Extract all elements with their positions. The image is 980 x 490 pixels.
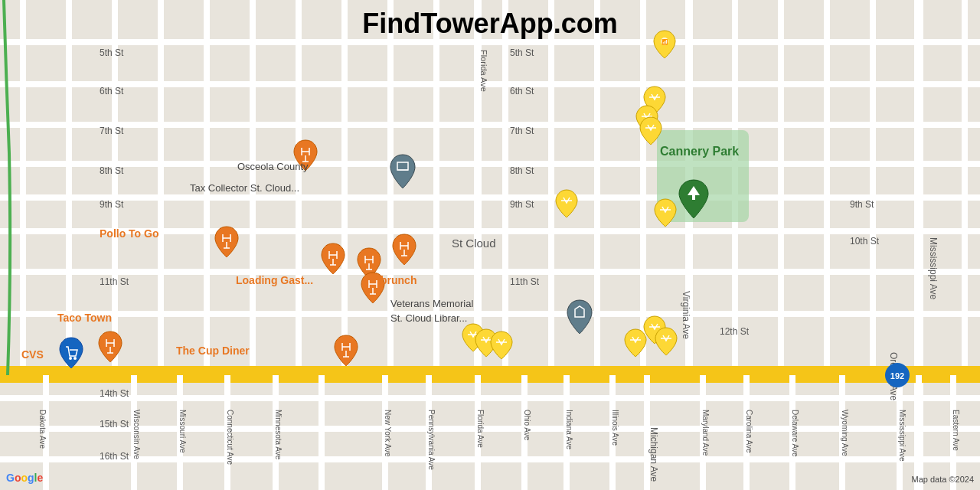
svg-text:Illinois Ave: Illinois Ave [611,410,619,446]
svg-text:14th St: 14th St [100,388,129,399]
svg-text:Florida Ave: Florida Ave [479,50,488,92]
svg-text:Osceola County: Osceola County [237,161,309,172]
svg-point-67 [69,357,72,360]
svg-text:Carolina Ave: Carolina Ave [745,410,753,453]
svg-rect-66 [692,195,695,200]
svg-text:Michigan Ave: Michigan Ave [648,427,659,482]
svg-text:6th St: 6th St [100,86,124,96]
svg-text:11th St: 11th St [510,276,540,287]
svg-text:Dakota Ave: Dakota Ave [38,410,47,449]
svg-text:192: 192 [890,371,904,381]
svg-text:Delaware Ave: Delaware Ave [791,410,799,457]
svg-text:15th St: 15th St [100,419,129,430]
svg-text:Tax Collector St. Cloud...: Tax Collector St. Cloud... [190,182,299,194]
map-background: 📶 [0,0,980,490]
svg-text:Florida Ave: Florida Ave [476,410,485,448]
svg-text:Wisconsin Ave: Wisconsin Ave [132,410,141,459]
svg-text:Wyoming Ave: Wyoming Ave [841,410,849,456]
svg-text:5th St: 5th St [100,47,124,58]
svg-text:Ohio Ave: Ohio Ave [523,410,531,441]
svg-text:St Cloud: St Cloud [452,237,496,250]
svg-text:Eastern Ave: Eastern Ave [952,410,960,451]
svg-text:Mississippi Ave: Mississippi Ave [928,237,939,299]
svg-text:5th St: 5th St [510,47,534,58]
svg-text:9th St: 9th St [100,199,124,210]
svg-text:brunch: brunch [381,274,416,286]
svg-text:Veterans Memorial: Veterans Memorial [390,298,473,309]
svg-text:7th St: 7th St [100,126,124,136]
svg-text:10th St: 10th St [850,236,880,247]
svg-point-68 [74,357,77,360]
svg-text:7th St: 7th St [510,126,534,136]
svg-text:📶: 📶 [662,38,668,45]
svg-rect-35 [0,366,980,383]
svg-text:Minnesota Ave: Minnesota Ave [274,410,283,460]
svg-text:9th St: 9th St [510,199,534,210]
svg-text:Taco Town: Taco Town [57,312,112,324]
svg-text:11th St: 11th St [100,276,129,287]
svg-text:9th St: 9th St [850,199,874,210]
map-container: 📶 [0,0,980,490]
svg-text:New York Ave: New York Ave [384,410,392,457]
svg-text:Maryland Ave: Maryland Ave [701,410,710,456]
svg-text:8th St: 8th St [100,165,124,176]
google-logo: Google [6,472,43,484]
map-attribution: Map data ©2024 [912,475,975,484]
svg-text:6th St: 6th St [510,86,534,96]
svg-text:Connecticut Ave: Connecticut Ave [226,410,234,466]
svg-text:Pollo To Go: Pollo To Go [100,227,159,240]
svg-text:Indiana Ave: Indiana Ave [565,410,573,450]
svg-text:CVS: CVS [21,348,44,361]
svg-text:Virginia Ave: Virginia Ave [681,291,691,339]
svg-text:The Cup Diner: The Cup Diner [176,345,250,357]
svg-text:Mississippi Ave: Mississippi Ave [898,410,906,462]
svg-text:Loading Gast...: Loading Gast... [236,274,313,286]
svg-text:Missouri Ave: Missouri Ave [178,410,187,453]
svg-text:12th St: 12th St [720,326,750,337]
svg-text:8th St: 8th St [510,165,534,176]
svg-text:16th St: 16th St [100,451,129,462]
svg-text:Cannery Park: Cannery Park [660,145,739,158]
svg-text:St. Cloud Librar...: St. Cloud Librar... [390,312,467,324]
svg-text:Pennsylvania Ave: Pennsylvania Ave [427,410,436,470]
